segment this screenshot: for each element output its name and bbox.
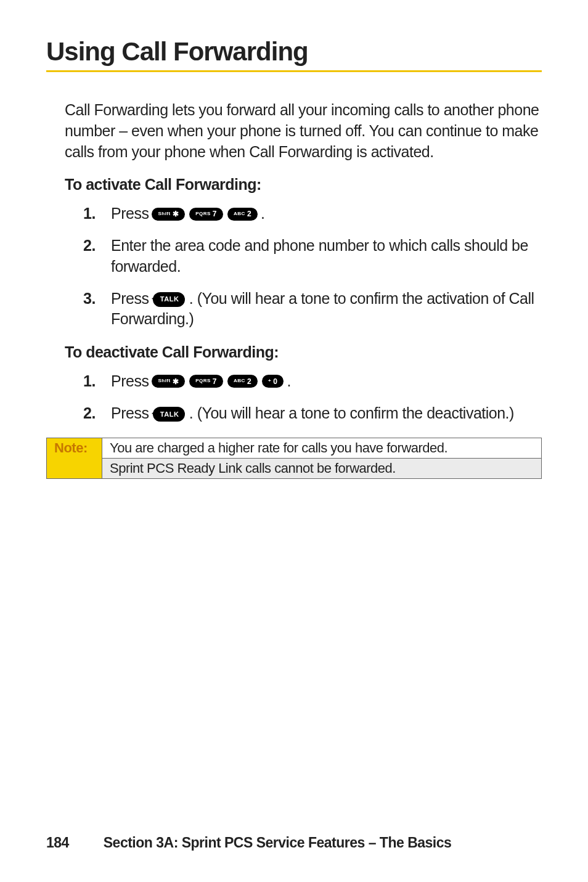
- key-shift-star: Shift✱: [152, 375, 185, 388]
- deactivate-step-2: 2. Press TALK . (You will hear a tone to…: [83, 403, 542, 424]
- key-pqrs-7: PQRS7: [189, 208, 223, 221]
- activate-steps: 1. Press Shift✱ PQRS7 ABC2 . 2. Enter th…: [83, 203, 542, 330]
- key-plus-0: +0: [262, 375, 284, 388]
- key-pqrs-7: PQRS7: [189, 375, 223, 388]
- key-abc-2: ABC2: [227, 208, 258, 221]
- activate-heading: To activate Call Forwarding:: [65, 176, 542, 194]
- section-label: Section 3A: Sprint PCS Service Features …: [104, 835, 452, 851]
- key-abc-2: ABC2: [227, 375, 258, 388]
- deactivate-step-1: 1. Press Shift✱ PQRS7 ABC2 +0 .: [83, 371, 542, 392]
- press-label: Press: [111, 404, 149, 422]
- note-label: Note:: [47, 438, 102, 478]
- key-shift-star: Shift✱: [152, 208, 185, 221]
- activate-step-2: 2. Enter the area code and phone number …: [83, 235, 542, 277]
- step-number: 2.: [83, 403, 111, 424]
- deactivate-heading: To deactivate Call Forwarding:: [65, 343, 542, 361]
- key-talk: TALK: [153, 292, 186, 307]
- page-number: 184: [46, 835, 69, 851]
- activate-step-3: 3. Press TALK . (You will hear a tone to…: [83, 288, 542, 330]
- step-number: 1.: [83, 203, 111, 224]
- note-line-2: Sprint PCS Ready Link calls cannot be fo…: [102, 458, 542, 478]
- page-heading: Using Call Forwarding: [46, 37, 542, 67]
- heading-rule: [46, 70, 542, 72]
- period: .: [287, 371, 290, 392]
- press-label: Press: [111, 371, 149, 392]
- step-tail: . (You will hear a tone to confirm the d…: [189, 404, 514, 422]
- press-label: Press: [111, 290, 149, 307]
- key-talk: TALK: [153, 407, 186, 422]
- step-text: Enter the area code and phone number to …: [111, 235, 542, 277]
- page-footer: 184 Section 3A: Sprint PCS Service Featu…: [46, 835, 451, 851]
- step-number: 1.: [83, 371, 111, 392]
- deactivate-steps: 1. Press Shift✱ PQRS7 ABC2 +0 . 2. Press…: [83, 371, 542, 424]
- note-box: Note: You are charged a higher rate for …: [46, 438, 542, 479]
- step-number: 3.: [83, 288, 111, 309]
- press-label: Press: [111, 203, 149, 224]
- intro-paragraph: Call Forwarding lets you forward all you…: [65, 100, 542, 162]
- note-line-1: You are charged a higher rate for calls …: [102, 438, 542, 458]
- activate-step-1: 1. Press Shift✱ PQRS7 ABC2 .: [83, 203, 542, 224]
- step-number: 2.: [83, 235, 111, 256]
- period: .: [261, 203, 264, 224]
